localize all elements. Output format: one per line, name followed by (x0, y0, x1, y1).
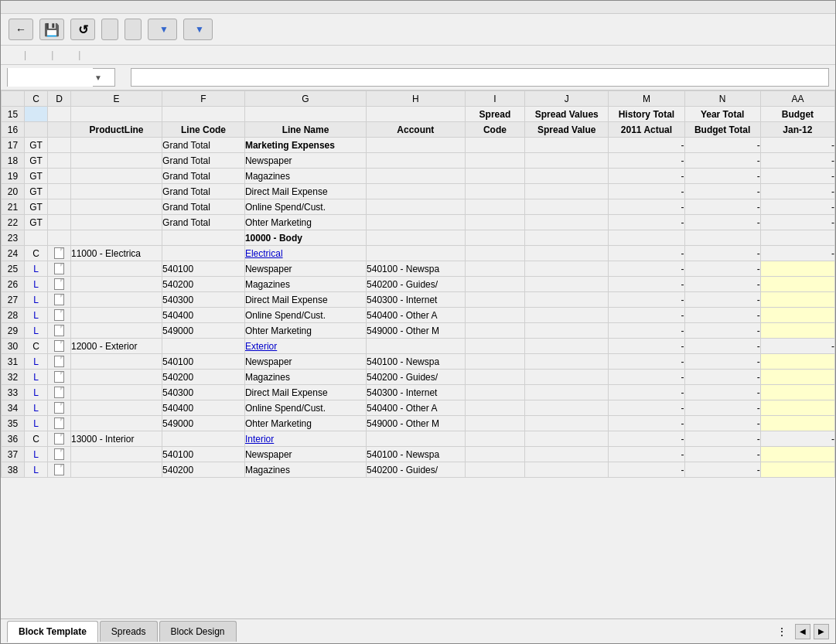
row-24-c[interactable]: C (25, 246, 48, 261)
row-36-header[interactable]: 36 (2, 431, 25, 447)
row-21-j[interactable] (525, 199, 609, 215)
row-35-aa[interactable] (760, 416, 834, 431)
row-23-aa[interactable] (760, 230, 834, 246)
row-36-i[interactable] (465, 431, 524, 447)
row-36-e[interactable]: 13000 - Interior (71, 431, 162, 447)
row-17-j[interactable] (525, 138, 609, 153)
row-25-header[interactable]: 25 (2, 261, 25, 277)
methods-button[interactable] (125, 19, 142, 40)
row-29-e[interactable] (71, 323, 162, 339)
row-32-n[interactable]: - (684, 370, 760, 385)
row-32-f[interactable]: 540200 (162, 370, 245, 385)
row-17-h[interactable] (367, 138, 466, 153)
row-22-h[interactable] (367, 215, 466, 230)
row-36-f[interactable] (162, 431, 245, 447)
col-header-j[interactable]: J (525, 91, 609, 107)
save-button[interactable]: 💾 (39, 19, 64, 40)
row-38-f[interactable]: 540200 (162, 462, 245, 478)
row-37-g[interactable]: Newspaper (244, 447, 366, 462)
row-18-header[interactable]: 18 (2, 153, 25, 169)
row-34-aa[interactable] (760, 400, 834, 416)
link-30-g[interactable]: Exterior (245, 341, 277, 352)
row-22-c[interactable]: GT (25, 215, 48, 230)
row-22-header[interactable]: 22 (2, 215, 25, 230)
row-21-m[interactable]: - (609, 199, 684, 215)
tab-spreads[interactable]: Spreads (100, 621, 158, 642)
row-29-aa[interactable] (760, 323, 834, 339)
row-23-h[interactable] (367, 230, 466, 246)
refresh-button[interactable]: ↺ (70, 19, 95, 40)
row-17-i[interactable] (465, 138, 524, 153)
row-21-d[interactable] (48, 199, 71, 215)
row-27-n[interactable]: - (684, 292, 760, 308)
row-21-header[interactable]: 21 (2, 199, 25, 215)
row-36-d[interactable] (48, 431, 71, 447)
row-34-j[interactable] (525, 400, 609, 416)
row-37-header[interactable]: 37 (2, 447, 25, 462)
row-30-i[interactable] (465, 339, 524, 354)
row-33-i[interactable] (465, 385, 524, 400)
row-35-g[interactable]: Ohter Marketing (244, 416, 366, 431)
row-18-i[interactable] (465, 153, 524, 169)
col-header-f[interactable]: F (162, 91, 245, 107)
link-24-g[interactable]: Electrical (245, 248, 283, 259)
row-27-c[interactable]: L (25, 292, 48, 308)
row-30-aa[interactable]: - (760, 339, 834, 354)
row-38-i[interactable] (465, 462, 524, 478)
row-26-aa[interactable] (760, 277, 834, 292)
row-34-h[interactable]: 540400 - Other A (367, 400, 466, 416)
row-19-g[interactable]: Magazines (244, 169, 366, 184)
row-18-e[interactable] (71, 153, 162, 169)
row-35-i[interactable] (465, 416, 524, 431)
row-33-d[interactable] (48, 385, 71, 400)
row-37-c[interactable]: L (25, 447, 48, 462)
row-36-n[interactable]: - (684, 431, 760, 447)
row-25-d[interactable] (48, 261, 71, 277)
row-31-m[interactable]: - (609, 354, 684, 370)
row-28-aa[interactable] (760, 308, 834, 323)
row-36-aa[interactable]: - (760, 431, 834, 447)
row-33-h[interactable]: 540300 - Internet (367, 385, 466, 400)
row-23-g[interactable]: 10000 - Body (244, 230, 366, 246)
row-28-d[interactable] (48, 308, 71, 323)
row-38-g[interactable]: Magazines (244, 462, 366, 478)
row-32-i[interactable] (465, 370, 524, 385)
row-24-header[interactable]: 24 (2, 246, 25, 261)
row-16-c[interactable] (25, 122, 48, 138)
row-24-e[interactable]: 11000 - Electrica (71, 246, 162, 261)
row-26-n[interactable]: - (684, 277, 760, 292)
row-21-f[interactable]: Grand Total (162, 199, 245, 215)
row-28-e[interactable] (71, 308, 162, 323)
row-27-h[interactable]: 540300 - Internet (367, 292, 466, 308)
row-24-aa[interactable]: - (760, 246, 834, 261)
row-23-header[interactable]: 23 (2, 230, 25, 246)
back-button[interactable]: ← (9, 19, 33, 40)
row-32-aa[interactable] (760, 370, 834, 385)
row-20-j[interactable] (525, 184, 609, 199)
row-32-d[interactable] (48, 370, 71, 385)
row-26-j[interactable] (525, 277, 609, 292)
row-28-h[interactable]: 540400 - Other A (367, 308, 466, 323)
col-header-aa[interactable]: AA (760, 91, 834, 107)
row-19-d[interactable] (48, 169, 71, 184)
row-29-f[interactable]: 549000 (162, 323, 245, 339)
row-33-aa[interactable] (760, 385, 834, 400)
row-34-f[interactable]: 540400 (162, 400, 245, 416)
row-17-f[interactable]: Grand Total (162, 138, 245, 153)
row-33-e[interactable] (71, 385, 162, 400)
row-36-c[interactable]: C (25, 431, 48, 447)
tab-block-design[interactable]: Block Design (159, 621, 237, 642)
row-15-m[interactable]: History Total (609, 107, 684, 122)
row-19-h[interactable] (367, 169, 466, 184)
row-28-j[interactable] (525, 308, 609, 323)
row-20-h[interactable] (367, 184, 466, 199)
row-36-m[interactable]: - (609, 431, 684, 447)
row-15-i[interactable]: Spread (465, 107, 524, 122)
tab-nav-left[interactable]: ◀ (795, 624, 810, 639)
row-18-n[interactable]: - (684, 153, 760, 169)
row-37-j[interactable] (525, 447, 609, 462)
row-24-g[interactable]: Electrical (244, 246, 366, 261)
col-header-g[interactable]: G (244, 91, 366, 107)
row-28-c[interactable]: L (25, 308, 48, 323)
row-36-j[interactable] (525, 431, 609, 447)
